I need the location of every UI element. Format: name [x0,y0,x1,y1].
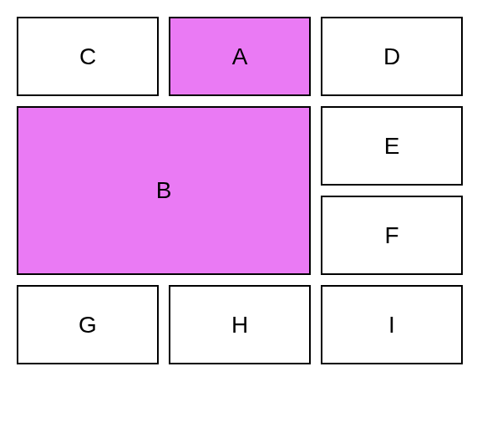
cell-label: I [388,312,395,339]
cell-I: I [321,285,463,364]
cell-label: A [232,43,248,70]
cell-label: B [156,177,172,204]
cell-label: D [383,43,400,70]
cell-H: H [169,285,311,364]
cell-D: D [321,17,463,96]
layout-grid: C A D B E F G H I [17,17,465,448]
cell-C: C [17,17,159,96]
cell-label: F [384,222,398,249]
cell-label: E [384,133,400,160]
cell-label: H [231,312,248,339]
cell-G: G [17,285,159,364]
cell-label: G [79,312,97,339]
cell-label: C [79,43,96,70]
cell-F: F [321,196,463,275]
cell-E: E [321,106,463,186]
cell-B: B [17,106,311,275]
cell-A: A [169,17,311,96]
